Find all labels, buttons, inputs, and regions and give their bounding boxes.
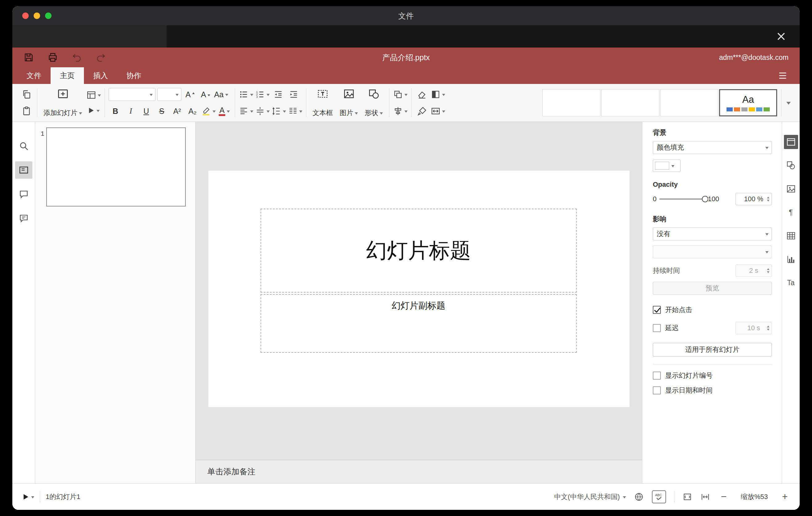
paste-button[interactable]	[20, 104, 33, 118]
theme-option-2[interactable]	[601, 89, 659, 116]
copy-button[interactable]	[20, 88, 33, 101]
insert-shape-button[interactable]: 形状	[362, 87, 385, 118]
font-size-select[interactable]	[157, 88, 181, 101]
undo-icon[interactable]	[71, 52, 82, 63]
close-window-button[interactable]	[22, 13, 29, 19]
slide-thumbnail[interactable]	[46, 127, 186, 206]
close-icon[interactable]	[776, 31, 787, 42]
horizontal-align-button[interactable]	[239, 104, 253, 118]
maximize-window-button[interactable]	[45, 13, 52, 19]
theme-option-selected[interactable]: Aa	[719, 89, 777, 116]
highlight-color-button[interactable]	[201, 104, 216, 118]
show-date-time-checkbox[interactable]	[653, 386, 661, 394]
decrease-indent-button[interactable]	[271, 88, 285, 101]
zoom-level[interactable]: 缩放%53	[737, 492, 771, 501]
clear-style-button[interactable]	[415, 88, 429, 101]
decrease-font-button[interactable]: A	[199, 88, 212, 101]
columns-button[interactable]	[288, 104, 302, 118]
font-name-select[interactable]	[109, 88, 155, 101]
tab-insert[interactable]: 插入	[84, 67, 117, 84]
tab-home[interactable]: 主页	[51, 67, 84, 84]
theme-option-1[interactable]	[542, 89, 600, 116]
slides-panel-button[interactable]	[15, 162, 32, 179]
add-slide-button[interactable]: 添加幻灯片	[41, 87, 85, 118]
color-scheme-button[interactable]	[431, 88, 445, 101]
print-icon[interactable]	[48, 52, 58, 63]
background-color-picker[interactable]	[653, 160, 680, 172]
slide[interactable]: 幻灯片标题 幻灯片副标题	[208, 171, 629, 407]
numbered-list-button[interactable]	[255, 88, 270, 101]
subtitle-placeholder[interactable]: 幻灯片副标题	[260, 294, 577, 353]
preview-button[interactable]: 预览	[653, 282, 772, 295]
slide-settings-button[interactable]	[784, 135, 798, 149]
superscript-button[interactable]: A²	[170, 104, 184, 118]
notes-area[interactable]: 单击添加备注	[196, 460, 642, 483]
delay-checkbox[interactable]	[653, 324, 661, 332]
insert-image-button[interactable]: 图片	[337, 87, 360, 118]
tab-collaboration[interactable]: 协作	[117, 67, 150, 84]
vertical-align-button[interactable]	[255, 104, 270, 118]
fit-to-slide-icon[interactable]	[683, 492, 692, 502]
increase-font-button[interactable]: A	[183, 88, 197, 101]
subscript-button[interactable]: A₂	[186, 104, 199, 118]
start-slideshow-button[interactable]	[22, 490, 34, 504]
chart-settings-button[interactable]	[784, 252, 798, 266]
fit-to-width-icon[interactable]	[700, 492, 710, 502]
delay-input[interactable]: 10 s	[735, 322, 772, 334]
menu-icon[interactable]	[778, 70, 788, 81]
underline-button[interactable]: U	[140, 104, 153, 118]
theme-gallery-expand-button[interactable]	[781, 89, 795, 116]
arrange-shapes-button[interactable]	[393, 88, 408, 101]
increase-indent-button[interactable]	[287, 88, 300, 101]
shape-icon	[368, 88, 380, 100]
bold-button[interactable]: B	[109, 104, 122, 118]
stepper-icon[interactable]	[767, 325, 770, 331]
line-spacing-button[interactable]	[271, 104, 286, 118]
insert-textbox-button[interactable]: 文本框	[310, 87, 335, 118]
theme-option-3[interactable]	[660, 89, 718, 116]
transition-variant-select[interactable]	[653, 245, 772, 258]
redo-icon[interactable]	[96, 52, 106, 63]
table-icon	[786, 231, 796, 241]
align-shapes-button[interactable]	[393, 104, 408, 118]
chat-button[interactable]	[15, 209, 32, 227]
search-button[interactable]	[15, 137, 32, 154]
minimize-window-button[interactable]	[34, 13, 40, 19]
slider-knob-icon[interactable]	[702, 196, 708, 202]
textart-settings-button[interactable]: Ta	[784, 276, 798, 290]
table-settings-button[interactable]	[784, 229, 798, 243]
apply-to-all-slides-button[interactable]: 适用于所有幻灯片	[653, 343, 772, 356]
image-settings-button[interactable]	[784, 182, 798, 196]
title-placeholder[interactable]: 幻灯片标题	[260, 209, 577, 292]
globe-icon[interactable]	[634, 492, 644, 502]
comments-button[interactable]	[15, 185, 32, 203]
slide-size-button[interactable]	[431, 104, 445, 118]
zoom-out-button[interactable]: −	[718, 491, 729, 503]
copy-style-button[interactable]	[415, 104, 429, 118]
show-slide-number-checkbox[interactable]	[653, 372, 661, 380]
background-fill-select[interactable]: 颜色填充	[653, 141, 772, 154]
opacity-slider[interactable]	[659, 198, 705, 200]
transition-effect-select[interactable]: 没有	[653, 227, 772, 240]
color-scheme-icon	[431, 89, 440, 99]
strikethrough-button[interactable]: S	[155, 104, 169, 118]
zoom-in-button[interactable]: +	[779, 491, 790, 503]
tab-file[interactable]: 文件	[17, 67, 51, 84]
change-case-button[interactable]: Aa	[214, 88, 228, 101]
language-select[interactable]: 中文(中华人民共和国)	[554, 490, 626, 504]
stepper-icon[interactable]	[767, 197, 770, 202]
preview-slideshow-button[interactable]	[86, 104, 100, 117]
save-icon[interactable]	[24, 52, 34, 63]
stepper-icon[interactable]	[767, 268, 770, 273]
duration-input[interactable]: 2 s	[735, 264, 772, 277]
change-layout-button[interactable]	[86, 88, 101, 102]
chevron-down-icon	[380, 112, 383, 116]
opacity-input[interactable]: 100 %	[735, 193, 772, 205]
paragraph-settings-button[interactable]: ¶	[784, 205, 798, 220]
italic-button[interactable]: I	[124, 104, 138, 118]
shape-settings-button[interactable]	[784, 158, 798, 173]
bullet-list-button[interactable]	[239, 88, 253, 101]
font-color-button[interactable]: A	[218, 104, 231, 118]
start-on-click-checkbox[interactable]	[653, 306, 661, 314]
spellcheck-button[interactable]	[652, 490, 666, 503]
